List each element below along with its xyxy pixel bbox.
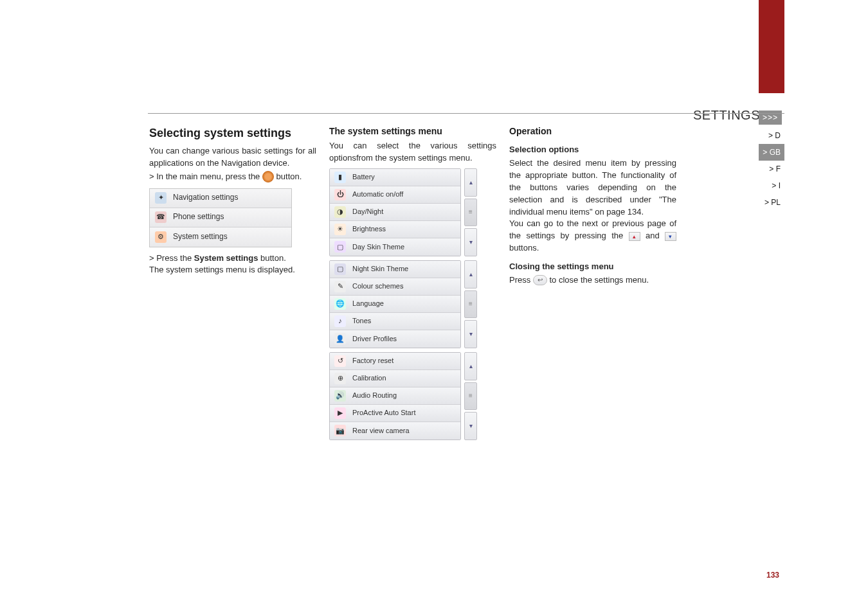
row-colour-schemes[interactable]: ✎Colour schemes xyxy=(330,278,460,296)
row-proactive-auto-start[interactable]: ▶ProActive Auto Start xyxy=(330,405,460,422)
scroll-down-button[interactable]: ▾ xyxy=(464,320,477,348)
settings-page-3: ↺Factory reset ⊕Calibration 🔊Audio Routi… xyxy=(329,352,477,440)
scroll-up-button[interactable]: ▴ xyxy=(464,352,477,380)
tones-icon: ♪ xyxy=(334,315,346,327)
step2-prefix: > Press the xyxy=(149,253,194,263)
row-label: Brightness xyxy=(352,224,386,235)
palette-icon: ✎ xyxy=(334,281,346,292)
scroll-down-button[interactable]: ▾ xyxy=(464,412,477,440)
paging-and: and xyxy=(646,231,665,240)
menu-item-label: System settings xyxy=(173,231,228,242)
row-day-night[interactable]: ◑Day/Night xyxy=(330,204,460,221)
theme-day-icon: ▢ xyxy=(334,241,346,253)
page-down-icon: ▾ xyxy=(665,232,676,241)
row-driver-profiles[interactable]: 👤Driver Profiles xyxy=(330,330,460,348)
row-audio-routing[interactable]: 🔊Audio Routing xyxy=(330,387,460,405)
gears-icon: ⚙ xyxy=(155,231,167,243)
header-rule xyxy=(148,113,784,114)
power-icon: ⏻ xyxy=(334,189,346,200)
page-number: 133 xyxy=(766,571,779,580)
menu-item-system[interactable]: ⚙ System settings xyxy=(150,227,291,247)
lang-tab-f[interactable]: > F xyxy=(759,161,784,177)
row-label: Battery xyxy=(352,172,375,182)
col1-intro: You can change various basic settings fo… xyxy=(149,145,316,170)
row-label: Day Skin Theme xyxy=(352,242,404,253)
row-label: Colour schemes xyxy=(352,281,403,292)
lang-tab-i[interactable]: > I xyxy=(759,177,784,194)
row-label: Calibration xyxy=(352,373,386,384)
col3-sub1-text: Select the desired menu item by pressing… xyxy=(509,157,676,218)
scroll-mid-button[interactable]: ≡ xyxy=(464,199,477,227)
sub2-suffix: to close the settings menu. xyxy=(549,275,649,285)
row-label: Tones xyxy=(352,316,371,326)
row-night-skin[interactable]: ▢Night Skin Theme xyxy=(330,261,460,278)
row-calibration[interactable]: ⊕Calibration xyxy=(330,370,460,387)
manual-page: SETTINGS >>> > D > GB > F > I > PL Selec… xyxy=(0,0,868,613)
row-label: Audio Routing xyxy=(352,391,397,401)
theme-night-icon: ▢ xyxy=(334,263,346,275)
scrollbar-1: ▴ ≡ ▾ xyxy=(464,168,477,256)
system-settings-list: ▮Battery ⏻Automatic on/off ◑Day/Night ☀B… xyxy=(329,168,477,440)
col3-sub2-text: Press ↩ to close the settings menu. xyxy=(509,274,676,287)
col3-paging: You can go to the next or previous page … xyxy=(509,218,676,254)
col3-sub2-heading: Closing the settings menu xyxy=(509,261,676,273)
scrollbar-3: ▴ ≡ ▾ xyxy=(464,352,477,440)
column-1: Selecting system settings You can change… xyxy=(149,125,316,447)
row-label: Day/Night xyxy=(352,207,383,217)
col2-intro: You can select the various settings opti… xyxy=(329,140,496,164)
settings-page-3-rows: ↺Factory reset ⊕Calibration 🔊Audio Routi… xyxy=(329,352,461,440)
row-brightness[interactable]: ☀Brightness xyxy=(330,221,460,238)
audio-icon: 🔊 xyxy=(334,390,346,402)
scroll-down-button[interactable]: ▾ xyxy=(464,228,477,256)
lang-tab-d[interactable]: > D xyxy=(759,127,784,144)
profiles-icon: 👤 xyxy=(334,333,346,344)
lang-tab-pl[interactable]: > PL xyxy=(759,194,784,211)
col1-step2: > Press the System settings button. xyxy=(149,253,316,265)
col1-result: The system settings menu is displayed. xyxy=(149,264,316,276)
phone-icon: ☎ xyxy=(155,211,167,223)
camera-icon: 📷 xyxy=(334,425,346,436)
row-rear-view-camera[interactable]: 📷Rear view camera xyxy=(330,422,460,440)
row-tones[interactable]: ♪Tones xyxy=(330,313,460,330)
settings-page-2: ▢Night Skin Theme ✎Colour schemes 🌐Langu… xyxy=(329,260,477,348)
settings-gear-icon xyxy=(262,171,274,182)
step2-suffix: button. xyxy=(258,253,285,263)
row-label: Driver Profiles xyxy=(352,334,397,344)
col3-heading: Operation xyxy=(509,125,676,138)
scroll-up-button[interactable]: ▴ xyxy=(464,260,477,289)
row-label: Automatic on/off xyxy=(352,190,403,200)
row-label: Language xyxy=(352,299,384,309)
row-day-skin[interactable]: ▢Day Skin Theme xyxy=(330,238,460,256)
column-2: The system settings menu You can select … xyxy=(329,125,496,447)
menu-item-label: Navigation settings xyxy=(173,192,238,203)
scroll-mid-button[interactable]: ≡ xyxy=(464,382,477,411)
content-columns: Selecting system settings You can change… xyxy=(149,125,676,447)
scrollbar-2: ▴ ≡ ▾ xyxy=(464,260,477,348)
battery-icon: ▮ xyxy=(334,172,346,183)
row-factory-reset[interactable]: ↺Factory reset xyxy=(330,353,460,370)
row-label: Rear view camera xyxy=(352,426,410,436)
col1-step1: > In the main menu, press the button. xyxy=(149,171,316,183)
brightness-icon: ☀ xyxy=(334,224,346,235)
menu-item-navigation[interactable]: ✦ Navigation settings xyxy=(150,189,291,208)
calibration-icon: ⊕ xyxy=(334,373,346,384)
section-heading: SETTINGS xyxy=(693,108,760,123)
col1-heading: Selecting system settings xyxy=(149,125,316,141)
system-settings-bold: System settings xyxy=(194,253,258,263)
row-label: Factory reset xyxy=(352,356,393,366)
scroll-up-button[interactable]: ▴ xyxy=(464,168,477,197)
compass-icon: ✦ xyxy=(155,192,167,204)
row-battery[interactable]: ▮Battery xyxy=(330,169,460,186)
row-auto-onoff[interactable]: ⏻Automatic on/off xyxy=(330,186,460,204)
autostart-icon: ▶ xyxy=(334,407,346,419)
lang-tab-gb[interactable]: > GB xyxy=(759,144,784,161)
row-label: Night Skin Theme xyxy=(352,264,408,274)
language-tabs: > D > GB > F > I > PL xyxy=(759,127,784,211)
globe-icon: 🌐 xyxy=(334,298,346,310)
scroll-mid-button[interactable]: ≡ xyxy=(464,290,477,319)
menu-item-label: Phone settings xyxy=(173,211,224,222)
page-up-icon: ▴ xyxy=(629,232,640,241)
sub2-prefix: Press xyxy=(509,275,533,285)
menu-item-phone[interactable]: ☎ Phone settings xyxy=(150,208,291,227)
row-language[interactable]: 🌐Language xyxy=(330,296,460,313)
